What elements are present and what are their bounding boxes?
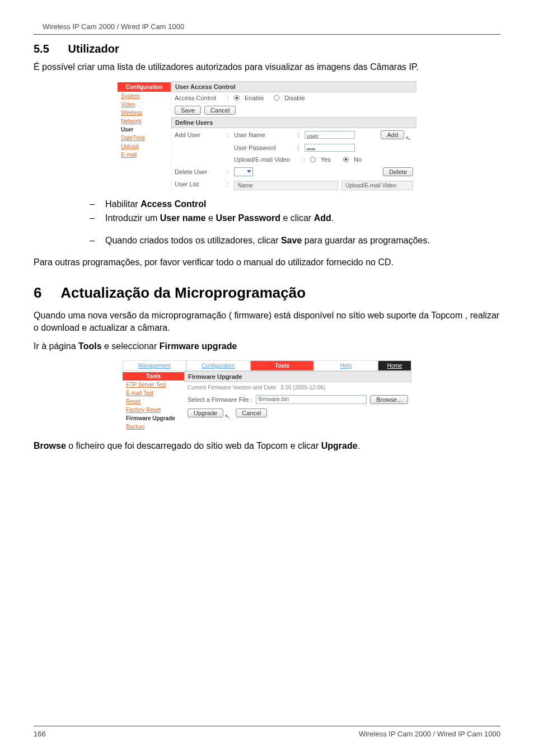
tab-home[interactable]: Home <box>378 360 411 371</box>
page-header-product: Wireless IP Cam 2000 / Wired IP Cam 1000 <box>43 22 500 31</box>
sidebar-item-video[interactable]: Video <box>118 100 171 109</box>
screenshot-user-access: Configuration System Video Wireless Netw… <box>118 81 416 192</box>
page-footer: 166 Wireless IP Cam 2000 / Wired IP Cam … <box>34 726 500 738</box>
cursor-icon: ↖ <box>224 412 231 421</box>
add-user-label: Add User <box>175 132 224 138</box>
sidebar-item-user[interactable]: User <box>118 125 171 134</box>
cancel-button[interactable]: Cancel <box>204 106 236 115</box>
header-rule <box>34 34 500 35</box>
upload-video-label: Upload/E-mail Video <box>234 156 300 163</box>
add-button[interactable]: Add <box>381 130 404 139</box>
config-sidebar: Configuration System Video Wireless Netw… <box>118 81 171 192</box>
config-main: User Access Control Access Control : Ena… <box>171 81 416 192</box>
sidebar-item-reset[interactable]: Reset <box>123 397 184 406</box>
username-input[interactable]: user <box>305 131 355 139</box>
page: Wireless IP Cam 2000 / Wired IP Cam 1000… <box>0 0 534 756</box>
tools-sidebar: Tools FTP Server Test E-mail Test Reset … <box>123 371 184 434</box>
uac-section-title: User Access Control <box>171 81 416 92</box>
sidebar-item-wireless[interactable]: Wireless <box>118 109 171 117</box>
sidebar-item-ftp-test[interactable]: FTP Server Test <box>123 381 184 389</box>
upgrade-button[interactable]: Upgrade <box>188 408 223 417</box>
instruction-list-1b: Quando criados todos os utilizadores, cl… <box>34 234 500 247</box>
tab-help[interactable]: Help <box>314 360 378 371</box>
section-5-5-intro: É possível criar uma lista de utilizador… <box>34 61 500 73</box>
radio-no[interactable] <box>343 157 349 162</box>
delete-user-label: Delete User <box>175 168 224 175</box>
closing-55: Para outras programações, por favor veri… <box>34 256 500 269</box>
footer-product: Wireless IP Cam 2000 / Wired IP Cam 1000 <box>359 730 500 738</box>
define-users-title: Define Users <box>171 117 416 128</box>
closing-6: Browse o ficheiro que foi descarregado d… <box>34 440 500 452</box>
sidebar-item-backup[interactable]: Backup <box>123 422 184 431</box>
sidebar-item-email-test[interactable]: E-mail Test <box>123 389 184 397</box>
browse-button[interactable]: Browse... <box>370 395 408 404</box>
enable-label: Enable <box>245 95 264 101</box>
screenshot-firmware: Management Configuration Tools Help Home… <box>123 360 411 434</box>
page-number: 166 <box>34 730 46 738</box>
instr-3: Quando criados todos os utilizadores, cl… <box>90 234 500 247</box>
tab-configuration[interactable]: Configuration <box>186 360 250 371</box>
sidebar-item-datetime[interactable]: DateTime <box>118 134 171 142</box>
section-6-step: Ir à página Tools e seleccionar Firmware… <box>34 340 500 353</box>
firmware-title: Firmware Upgrade <box>184 371 411 382</box>
cancel-button-2[interactable]: Cancel <box>236 408 267 417</box>
instruction-list-1: Habilitar Access Control Introduzir um U… <box>34 198 500 224</box>
chapter-title: Actualização da Microprogramação <box>60 284 306 301</box>
file-input[interactable]: firmware.bin <box>256 395 367 404</box>
delete-user-select[interactable] <box>234 167 253 176</box>
firmware-panel: Firmware Upgrade Current Firmware Versio… <box>184 371 411 434</box>
user-list-label: User List <box>175 181 224 187</box>
fw-version-value: 3.16 (2005-12-06) <box>280 384 325 391</box>
sidebar-item-email[interactable]: E-mail <box>118 151 171 159</box>
yes-label: Yes <box>321 156 331 163</box>
radio-yes[interactable] <box>310 157 316 162</box>
radio-enable[interactable] <box>234 95 240 101</box>
top-tabs: Management Configuration Tools Help Home <box>123 360 411 371</box>
sidebar-header: Configuration <box>118 82 171 92</box>
sidebar-item-firmware-upgrade[interactable]: Firmware Upgrade <box>123 414 184 422</box>
colon: : <box>227 95 231 101</box>
sidebar-item-system[interactable]: System <box>118 92 171 100</box>
password-input[interactable]: •••• <box>305 144 355 152</box>
select-file-label: Select a Firmware File : <box>188 396 252 403</box>
delete-button[interactable]: Delete <box>383 167 413 176</box>
section-5-5-heading: 5.5 Utilizador <box>34 43 500 55</box>
radio-disable[interactable] <box>274 95 279 101</box>
password-label: User Password <box>234 144 294 151</box>
section-number: 5.5 <box>34 43 65 55</box>
th-upload: Upload/E-mail Video <box>341 181 413 190</box>
tab-tools[interactable]: Tools <box>250 360 314 371</box>
fw-version-label: Current Firmware Version and Date: <box>188 384 277 391</box>
no-label: No <box>354 156 362 163</box>
th-name: Name <box>234 181 338 190</box>
save-button[interactable]: Save <box>175 106 201 115</box>
section-title: Utilizador <box>68 43 119 55</box>
tools-sidebar-header: Tools <box>123 372 184 381</box>
username-label: User Name <box>234 132 294 138</box>
sidebar-item-network[interactable]: Network <box>118 117 171 125</box>
section-6-intro: Quando uma nova versão da microprogramaç… <box>34 309 500 334</box>
chapter-number: 6 <box>34 284 57 302</box>
instr-1: Habilitar Access Control <box>90 198 500 210</box>
access-control-label: Access Control <box>175 95 224 101</box>
chevron-down-icon <box>247 170 251 173</box>
disable-label: Disable <box>284 95 305 101</box>
instr-2: Introduzir um User name e User Password … <box>90 212 500 224</box>
tab-management[interactable]: Management <box>123 360 186 371</box>
cursor-icon: ↖ <box>405 134 411 143</box>
sidebar-item-upload[interactable]: Upload <box>118 142 171 151</box>
section-6-heading: 6 Actualização da Microprogramação <box>34 284 500 302</box>
sidebar-item-factory-reset[interactable]: Factory Reset <box>123 406 184 414</box>
